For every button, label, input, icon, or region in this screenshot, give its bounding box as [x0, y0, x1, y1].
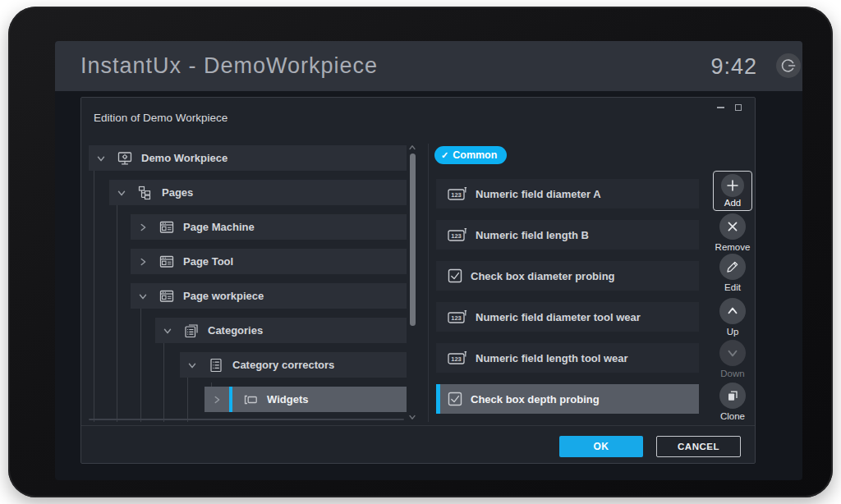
widgets-icon [242, 392, 259, 408]
add-button-label: Add [724, 198, 741, 208]
chevron-down-icon[interactable] [109, 187, 134, 199]
checkbox-icon [448, 392, 462, 406]
edition-dialog: Edition of Demo Workpiece Demo Workpiece [80, 97, 756, 464]
chevron-down-icon[interactable] [89, 153, 113, 164]
chevron-right-icon[interactable] [131, 256, 155, 268]
tablet-device-frame: InstantUx - DemoWorkpiece 9:42 Edition o… [8, 7, 833, 497]
edit-button-label: Edit [724, 282, 741, 292]
widget-list-item[interactable]: Numeric field diameter A [436, 179, 699, 208]
numeric-field-icon [448, 186, 467, 201]
maximize-icon[interactable] [732, 101, 745, 114]
scroll-up-icon[interactable] [407, 143, 417, 153]
tree-item-label: Categories [208, 324, 263, 337]
widget-list-item-selected[interactable]: Check box depth probing [436, 384, 699, 414]
page-icon [159, 288, 175, 305]
common-filter-badge[interactable]: ✓ Common [434, 146, 507, 164]
tree-guide-line [117, 205, 117, 422]
clock: 9:42 [710, 54, 757, 80]
chevron-right-icon[interactable] [205, 394, 229, 405]
widget-list-item[interactable]: Numeric field length tool wear [436, 343, 699, 373]
down-button[interactable]: Down [704, 340, 761, 378]
tree-guide-line [163, 343, 164, 422]
numeric-field-icon [448, 227, 467, 242]
widget-item-label: Numeric field diameter A [476, 188, 601, 200]
horizontal-scrollbar[interactable] [89, 419, 404, 420]
page-icon [159, 219, 175, 236]
category-list-icon [208, 357, 224, 373]
tree-item-category-correctors[interactable]: Category correctors [180, 352, 407, 378]
categories-stack-icon [183, 323, 200, 339]
dialog-footer: OK CANCEL [81, 425, 755, 463]
pencil-icon [719, 254, 746, 280]
plus-icon [721, 174, 744, 197]
chevron-down-icon[interactable] [131, 291, 155, 302]
power-button[interactable] [776, 53, 801, 78]
chevron-down-icon [719, 340, 746, 366]
tree-item-widgets[interactable]: Widgets [205, 387, 407, 412]
check-icon: ✓ [441, 150, 448, 161]
widget-item-label: Numeric field length B [476, 229, 589, 241]
tree-item-label: Page Machine [183, 221, 255, 233]
tree-item-label: Page Tool [183, 255, 233, 268]
chevron-right-icon[interactable] [131, 222, 155, 233]
widget-list-item[interactable]: Check box diameter probing [436, 261, 699, 291]
tree-item-label: Demo Workpiece [141, 152, 227, 164]
tree-item-label: Pages [162, 186, 193, 199]
widget-item-label: Numeric field length tool wear [476, 352, 628, 364]
tree-item-categories[interactable]: Categories [155, 318, 407, 343]
tree-item-page-machine[interactable]: Page Machine [131, 214, 407, 240]
clone-button[interactable]: Clone [704, 383, 761, 421]
page-icon [159, 254, 175, 270]
cancel-button[interactable]: CANCEL [656, 436, 741, 457]
workpiece-monitor-icon [117, 150, 133, 167]
minimize-icon[interactable] [714, 101, 727, 114]
add-button[interactable]: Add [713, 171, 752, 211]
tree-item-pages[interactable]: Pages [109, 180, 407, 205]
remove-button-label: Remove [715, 242, 751, 252]
numeric-field-icon [448, 309, 467, 324]
app-screen: InstantUx - DemoWorkpiece 9:42 Edition o… [55, 41, 802, 480]
tree-guide-line [187, 378, 188, 422]
tree-item-demo-workpiece[interactable]: Demo Workpiece [89, 145, 407, 171]
widget-list-item[interactable]: Numeric field length B [436, 220, 699, 250]
up-button-label: Up [727, 327, 739, 337]
widget-item-label: Numeric field diameter tool wear [476, 311, 641, 323]
panel-divider [428, 144, 429, 422]
chevron-down-icon[interactable] [180, 360, 205, 371]
tree-item-page-tool[interactable]: Page Tool [131, 249, 407, 274]
numeric-field-icon [448, 351, 467, 365]
common-filter-label: Common [453, 149, 497, 161]
widget-item-label: Check box diameter probing [471, 270, 615, 282]
edit-button[interactable]: Edit [704, 254, 761, 292]
selection-accent-bar [436, 384, 440, 414]
ok-button[interactable]: OK [559, 436, 643, 457]
down-button-label: Down [720, 369, 744, 378]
widget-list-item[interactable]: Numeric field diameter tool wear [436, 302, 699, 332]
dialog-title: Edition of Demo Workpiece [94, 112, 227, 124]
clone-icon [719, 383, 746, 409]
tree-guide-line [94, 171, 94, 422]
top-app-bar: InstantUx - DemoWorkpiece 9:42 [55, 41, 802, 91]
tree-item-label: Widgets [267, 393, 308, 405]
clone-button-label: Clone [720, 411, 745, 421]
checkbox-icon [448, 268, 462, 283]
widget-item-label: Check box depth probing [471, 393, 600, 405]
selection-accent-bar [229, 387, 232, 412]
tree-item-label: Category correctors [232, 359, 334, 371]
pages-hierarchy-icon [137, 185, 154, 201]
app-title: InstantUx - DemoWorkpiece [80, 53, 378, 79]
chevron-up-icon [719, 298, 746, 324]
tree-guide-line [140, 309, 141, 422]
up-button[interactable]: Up [704, 298, 761, 337]
scroll-down-icon[interactable] [407, 412, 417, 422]
screenshot-canvas: InstantUx - DemoWorkpiece 9:42 Edition o… [0, 0, 841, 504]
chevron-down-icon[interactable] [155, 325, 180, 337]
tree-item-label: Page workpiece [183, 290, 264, 302]
power-icon [780, 57, 797, 74]
vertical-scrollbar-thumb[interactable] [410, 153, 416, 326]
remove-button[interactable]: Remove [704, 213, 761, 252]
tree-item-page-workpiece[interactable]: Page workpiece [131, 283, 407, 309]
x-icon [719, 213, 746, 240]
